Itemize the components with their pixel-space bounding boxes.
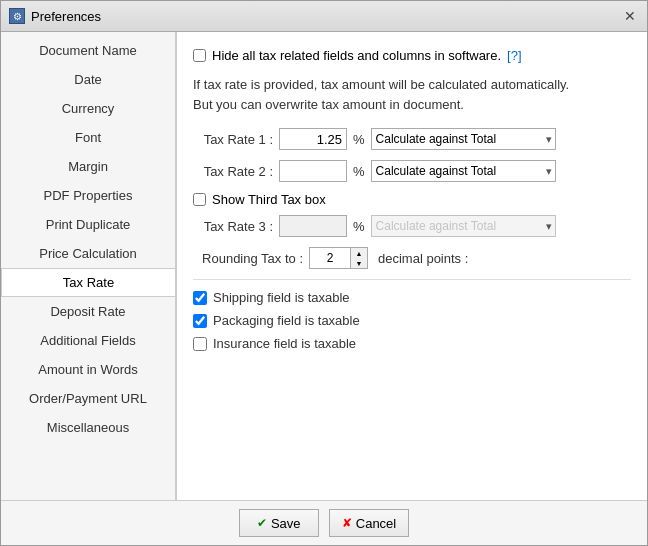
sidebar-item-order-payment-url[interactable]: Order/Payment URL bbox=[1, 384, 175, 413]
tax-rate-2-input[interactable] bbox=[279, 160, 347, 182]
tax-rate-1-row: Tax Rate 1 : % Calculate against Total C… bbox=[193, 128, 631, 150]
divider bbox=[193, 279, 631, 280]
rounding-input[interactable] bbox=[310, 248, 350, 268]
sidebar-item-additional-fields[interactable]: Additional Fields bbox=[1, 326, 175, 355]
info-text-line1: If tax rate is provided, tax amount will… bbox=[193, 75, 631, 95]
sidebar-item-document-name[interactable]: Document Name bbox=[1, 36, 175, 65]
tax-rate-3-row: Tax Rate 3 : % Calculate against Total C… bbox=[193, 215, 631, 237]
sidebar-item-date[interactable]: Date bbox=[1, 65, 175, 94]
sidebar: Document Name Date Currency Font Margin … bbox=[1, 32, 176, 500]
sidebar-item-miscellaneous[interactable]: Miscellaneous bbox=[1, 413, 175, 442]
close-button[interactable]: ✕ bbox=[621, 7, 639, 25]
titlebar: Preferences ✕ bbox=[1, 1, 647, 32]
tax-rate-1-percent: % bbox=[353, 132, 365, 147]
spinner-buttons: ▲ ▼ bbox=[350, 248, 367, 268]
tax-rate-2-percent: % bbox=[353, 164, 365, 179]
tax-rate-3-dropdown-wrapper: Calculate against Total Calculate agains… bbox=[371, 215, 556, 237]
tax-rate-2-label: Tax Rate 2 : bbox=[193, 164, 273, 179]
packaging-label: Packaging field is taxable bbox=[213, 313, 360, 328]
spinner-up[interactable]: ▲ bbox=[351, 248, 367, 258]
shipping-label: Shipping field is taxable bbox=[213, 290, 350, 305]
insurance-label: Insurance field is taxable bbox=[213, 336, 356, 351]
tax-rate-2-dropdown-wrapper: Calculate against Total Calculate agains… bbox=[371, 160, 556, 182]
sidebar-item-print-duplicate[interactable]: Print Duplicate bbox=[1, 210, 175, 239]
tax-rate-3-input[interactable] bbox=[279, 215, 347, 237]
footer: ✔ Save ✘ Cancel bbox=[1, 500, 647, 545]
shipping-checkbox[interactable] bbox=[193, 291, 207, 305]
tax-rate-3-label: Tax Rate 3 : bbox=[193, 219, 273, 234]
packaging-checkbox[interactable] bbox=[193, 314, 207, 328]
help-link[interactable]: [?] bbox=[507, 48, 521, 63]
info-text-line2: But you can overwrite tax amount in docu… bbox=[193, 95, 631, 115]
tax-rate-3-percent: % bbox=[353, 219, 365, 234]
save-button[interactable]: ✔ Save bbox=[239, 509, 319, 537]
info-text: If tax rate is provided, tax amount will… bbox=[193, 75, 631, 114]
tax-rate-1-label: Tax Rate 1 : bbox=[193, 132, 273, 147]
preferences-window: Preferences ✕ Document Name Date Currenc… bbox=[0, 0, 648, 546]
show-third-tax-checkbox[interactable] bbox=[193, 193, 206, 206]
shipping-row: Shipping field is taxable bbox=[193, 290, 631, 305]
insurance-checkbox[interactable] bbox=[193, 337, 207, 351]
main-panel: Hide all tax related fields and columns … bbox=[176, 32, 647, 500]
rounding-row: Rounding Tax to : ▲ ▼ decimal points : bbox=[193, 247, 631, 269]
sidebar-item-amount-in-words[interactable]: Amount in Words bbox=[1, 355, 175, 384]
tax-rate-1-input[interactable] bbox=[279, 128, 347, 150]
sidebar-item-currency[interactable]: Currency bbox=[1, 94, 175, 123]
sidebar-item-tax-rate[interactable]: Tax Rate bbox=[1, 268, 176, 297]
sidebar-item-deposit-rate[interactable]: Deposit Rate bbox=[1, 297, 175, 326]
packaging-row: Packaging field is taxable bbox=[193, 313, 631, 328]
hide-tax-checkbox[interactable] bbox=[193, 49, 206, 62]
show-third-tax-row: Show Third Tax box bbox=[193, 192, 631, 207]
insurance-row: Insurance field is taxable bbox=[193, 336, 631, 351]
tax-rate-1-dropdown-wrapper: Calculate against Total Calculate agains… bbox=[371, 128, 556, 150]
titlebar-left: Preferences bbox=[9, 8, 101, 24]
save-icon: ✔ bbox=[257, 516, 267, 530]
hide-tax-row: Hide all tax related fields and columns … bbox=[193, 48, 631, 63]
tax-rate-3-dropdown[interactable]: Calculate against Total Calculate agains… bbox=[371, 215, 556, 237]
hide-tax-label: Hide all tax related fields and columns … bbox=[212, 48, 501, 63]
cancel-button[interactable]: ✘ Cancel bbox=[329, 509, 409, 537]
tax-rate-1-dropdown[interactable]: Calculate against Total Calculate agains… bbox=[371, 128, 556, 150]
sidebar-item-price-calculation[interactable]: Price Calculation bbox=[1, 239, 175, 268]
save-label: Save bbox=[271, 516, 301, 531]
sidebar-item-margin[interactable]: Margin bbox=[1, 152, 175, 181]
window-title: Preferences bbox=[31, 9, 101, 24]
content-area: Document Name Date Currency Font Margin … bbox=[1, 32, 647, 500]
cancel-label: Cancel bbox=[356, 516, 396, 531]
rounding-label: Rounding Tax to : bbox=[193, 251, 303, 266]
show-third-tax-label: Show Third Tax box bbox=[212, 192, 326, 207]
app-icon bbox=[9, 8, 25, 24]
sidebar-item-font[interactable]: Font bbox=[1, 123, 175, 152]
spinner-down[interactable]: ▼ bbox=[351, 258, 367, 268]
rounding-spinner: ▲ ▼ bbox=[309, 247, 368, 269]
cancel-icon: ✘ bbox=[342, 516, 352, 530]
decimal-label: decimal points : bbox=[378, 251, 468, 266]
sidebar-item-pdf-properties[interactable]: PDF Properties bbox=[1, 181, 175, 210]
tax-rate-2-row: Tax Rate 2 : % Calculate against Total C… bbox=[193, 160, 631, 182]
tax-rate-2-dropdown[interactable]: Calculate against Total Calculate agains… bbox=[371, 160, 556, 182]
